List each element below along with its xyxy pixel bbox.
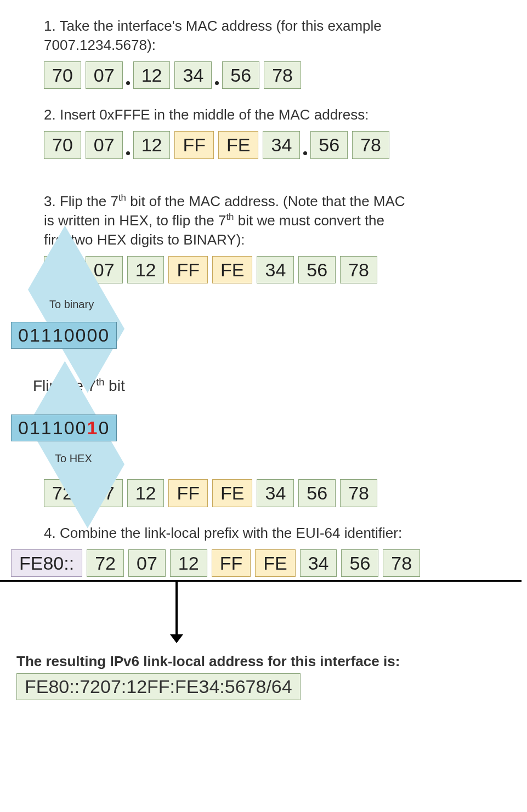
hex-byte: 70: [44, 131, 81, 158]
hex-byte: FE: [255, 549, 295, 577]
step2-bytes: 700712FFFE345678: [44, 131, 516, 158]
step4-text: 4. Combine the link-local prefix with th…: [44, 524, 483, 543]
hex-byte: FF: [212, 549, 251, 577]
step3-bytes-before: 700712FFFE345678: [44, 256, 516, 283]
hex-byte: 12: [133, 131, 171, 158]
hex-byte: 78: [352, 131, 389, 158]
hex-byte: 12: [133, 61, 171, 89]
step3-bytes-after: 720712FFFE345678: [44, 479, 516, 507]
step1-text: 1. Take the interface's MAC address (for…: [44, 16, 483, 55]
step3-text: 3. Flip the 7th bit of the MAC address. …: [44, 192, 483, 249]
binary-before: 01110000: [11, 322, 117, 349]
hex-byte: 56: [341, 549, 378, 577]
hex-byte: 07: [86, 61, 123, 89]
hex-byte: FF: [168, 256, 208, 283]
combine-bracket: [0, 580, 522, 582]
hex-byte: FE: [218, 131, 258, 158]
hex-byte: 34: [174, 61, 212, 89]
dot-separator: [215, 81, 219, 85]
result-title: The resulting IPv6 link-local address fo…: [16, 653, 516, 670]
prefix-byte: FE80::: [11, 549, 82, 577]
hex-byte: 12: [127, 256, 165, 283]
hex-byte: 56: [298, 479, 336, 507]
hex-byte: 78: [264, 61, 301, 89]
hex-byte: FF: [168, 479, 208, 507]
binary-after: 01110010: [11, 414, 117, 441]
to-hex-label: To HEX: [55, 452, 92, 465]
dot-separator: [126, 81, 130, 85]
dot-separator: [126, 151, 130, 155]
hex-byte: 70: [44, 61, 81, 89]
hex-byte: 56: [310, 131, 348, 158]
hex-byte: 34: [263, 131, 300, 158]
step4-bytes: FE80::720712FFFE345678: [11, 549, 516, 577]
dot-separator: [303, 151, 307, 155]
hex-byte: 07: [128, 549, 166, 577]
hex-byte: 34: [257, 256, 294, 283]
hex-byte: 72: [87, 549, 124, 577]
combine-arrow-icon: [175, 582, 178, 642]
hex-byte: 34: [300, 549, 337, 577]
result-value: FE80::7207:12FF:FE34:5678/64: [16, 673, 301, 700]
hex-byte: FE: [212, 479, 252, 507]
hex-byte: FF: [174, 131, 214, 158]
flip-label: Flip the 7th bit: [33, 377, 516, 395]
hex-byte: 34: [257, 479, 294, 507]
hex-byte: 78: [383, 549, 420, 577]
step1-bytes: 700712345678: [44, 61, 516, 89]
hex-byte: 78: [340, 256, 377, 283]
hex-byte: 12: [127, 479, 165, 507]
hex-byte: 56: [222, 61, 259, 89]
hex-byte: 12: [170, 549, 207, 577]
step2-text: 2. Insert 0xFFFE in the middle of the MA…: [44, 105, 483, 124]
hex-byte: 78: [340, 479, 377, 507]
to-binary-label: To binary: [49, 298, 94, 311]
hex-byte: 07: [86, 131, 123, 158]
hex-byte: 56: [298, 256, 336, 283]
hex-byte: FE: [212, 256, 252, 283]
